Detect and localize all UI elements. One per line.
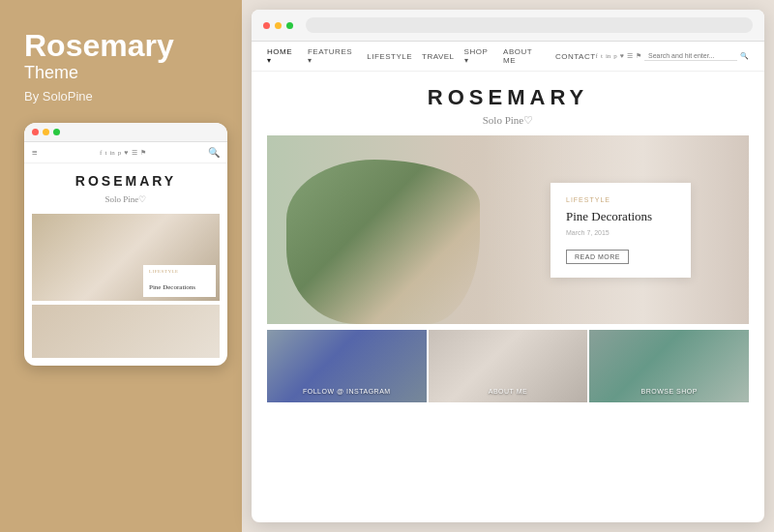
mobile-heart-icon: ♥ — [124, 149, 128, 157]
mobile-browser-bar — [24, 123, 227, 142]
mobile-search-icon[interactable]: 🔍 — [208, 147, 220, 158]
nav-fb-icon: f — [596, 52, 598, 60]
desktop-dot-yellow — [275, 22, 282, 29]
theme-subtitle: Theme — [24, 63, 174, 83]
mobile-hero-image: LIFESTYLE Pine Decorations — [32, 214, 220, 301]
nav-heart-icon: ♥ — [620, 52, 624, 60]
url-bar[interactable] — [306, 17, 753, 33]
mobile-tw-icon: t — [104, 149, 106, 157]
mobile-cart-icon: ⚑ — [140, 149, 146, 157]
mobile-fb-icon: f — [100, 149, 102, 157]
left-panel: Rosemary Theme By SoloPine ≡ f t in p ♥ … — [0, 0, 242, 532]
thumb-3-label: BROWSE SHOP — [589, 388, 749, 395]
mobile-logo-script: Solo Pine♡ — [105, 194, 147, 204]
desktop-search-icon[interactable]: 🔍 — [740, 52, 749, 60]
hamburger-icon[interactable]: ≡ — [32, 147, 38, 158]
desktop-nav-left: HOME ▾ FEATURES ▾ LIFESTYLE TRAVEL SHOP … — [267, 47, 596, 65]
mobile-pin-icon: p — [118, 149, 122, 157]
right-panel: HOME ▾ FEATURES ▾ LIFESTYLE TRAVEL SHOP … — [242, 0, 774, 532]
nav-shop[interactable]: SHOP ▾ — [464, 47, 494, 65]
mobile-card-category: LIFESTYLE — [149, 269, 210, 274]
mobile-social-icons: f t in p ♥ ☰ ⚑ — [100, 149, 145, 157]
nav-tw-icon: t — [601, 52, 603, 60]
mobile-card-title: Pine Decorations — [149, 283, 195, 291]
nav-home[interactable]: HOME ▾ — [267, 47, 298, 65]
hero-card: LIFESTYLE Pine Decorations March 7, 2015… — [551, 183, 691, 278]
theme-by: By SoloPine — [24, 89, 174, 103]
desktop-dot-green — [286, 22, 293, 29]
desktop-content: ROSEMARY Solo Pine♡ LIFESTYLE Pine Decor… — [252, 72, 764, 522]
mobile-nav: ≡ f t in p ♥ ☰ ⚑ 🔍 — [24, 142, 227, 163]
desktop-browser-bar — [252, 10, 764, 42]
theme-title-block: Rosemary Theme By SoloPine — [24, 29, 174, 123]
desktop-dot-red — [263, 22, 270, 29]
desktop-nav-right: f t in p ♥ ☰ ⚑ 🔍 — [596, 51, 749, 61]
hero-card-category: LIFESTYLE — [566, 196, 675, 203]
nav-in-icon: in — [606, 52, 610, 60]
hero-card-title: Pine Decorations — [566, 209, 675, 224]
mobile-preview: ≡ f t in p ♥ ☰ ⚑ 🔍 ROSEMARY Solo Pine♡ L… — [24, 123, 227, 366]
thumbnail-instagram[interactable]: FOLLOW @ INSTAGRAM — [267, 330, 427, 402]
nav-contact[interactable]: CONTACT — [555, 52, 596, 61]
bottom-thumbnails: FOLLOW @ INSTAGRAM ABOUT ME BROWSE SHOP — [267, 330, 749, 402]
mobile-logo-text: ROSEMARY — [32, 173, 220, 189]
desktop-search-input[interactable] — [644, 51, 737, 61]
mobile-bottom-image — [32, 305, 220, 358]
site-logo-area: ROSEMARY Solo Pine♡ — [252, 72, 764, 135]
desktop-preview: HOME ▾ FEATURES ▾ LIFESTYLE TRAVEL SHOP … — [252, 10, 764, 522]
mobile-logo-area: ROSEMARY Solo Pine♡ — [24, 163, 227, 210]
nav-features[interactable]: FEATURES ▾ — [308, 47, 357, 65]
mobile-dot-yellow — [43, 129, 49, 135]
thumb-1-label: FOLLOW @ INSTAGRAM — [267, 388, 427, 395]
thumb-2-label: ABOUT ME — [429, 388, 588, 395]
desktop-nav: HOME ▾ FEATURES ▾ LIFESTYLE TRAVEL SHOP … — [252, 42, 764, 72]
hero-card-date: March 7, 2015 — [566, 229, 675, 236]
nav-rss-icon: ☰ — [627, 52, 633, 60]
thumbnail-about[interactable]: ABOUT ME — [429, 330, 588, 402]
nav-about[interactable]: ABOUT ME — [503, 47, 546, 65]
nav-lifestyle[interactable]: LIFESTYLE — [367, 52, 412, 61]
thumbnail-shop[interactable]: BROWSE SHOP — [589, 330, 749, 402]
site-logo-text: ROSEMARY — [259, 85, 757, 110]
hero-plant-decoration — [286, 160, 480, 324]
nav-pin-icon: p — [613, 52, 617, 60]
mobile-rss-icon: ☰ — [132, 149, 137, 157]
mobile-dot-green — [53, 129, 60, 135]
mobile-in-icon: in — [109, 149, 114, 157]
mobile-card-overlay: LIFESTYLE Pine Decorations — [143, 265, 216, 297]
hero-read-more-button[interactable]: READ MORE — [566, 250, 629, 264]
nav-travel[interactable]: TRAVEL — [422, 52, 455, 61]
site-logo-script: Solo Pine♡ — [483, 114, 533, 126]
mobile-dot-red — [32, 129, 39, 135]
nav-cart-icon: ⚑ — [636, 52, 641, 60]
hero-section: LIFESTYLE Pine Decorations March 7, 2015… — [267, 135, 749, 324]
theme-title: Rosemary — [24, 29, 174, 63]
